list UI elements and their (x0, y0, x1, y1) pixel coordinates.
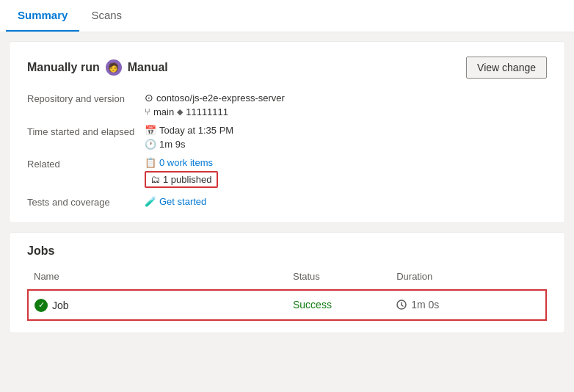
tests-value: 🧪 Get started (145, 195, 547, 208)
title-text: Manually run (27, 61, 100, 74)
info-grid: Repository and version ⊙ contoso/js-e2e-… (27, 92, 547, 208)
avatar: 🧑 (106, 59, 122, 76)
view-change-button[interactable]: View change (466, 57, 547, 79)
col-name: Name (28, 266, 287, 290)
jobs-table-header: Name Status Duration (28, 266, 546, 290)
job-status-cell: Success (287, 290, 390, 320)
repo-label: Repository and version (27, 92, 145, 117)
branch-row: ⑂ main ◆ 11111111 (145, 106, 547, 117)
published-row: 🗂 1 published (145, 171, 547, 188)
success-icon: ✓ (34, 299, 48, 312)
jobs-table-body: ✓ Job Success 1m 0s (28, 290, 546, 320)
calendar-icon: 📅 (145, 125, 156, 136)
table-row[interactable]: ✓ Job Success 1m 0s (28, 290, 546, 320)
elapsed-row: 🕐 1m 9s (145, 139, 547, 150)
jobs-header-row: Name Status Duration (28, 266, 546, 290)
tabs-nav: Summary Scans (0, 0, 574, 32)
commit-hash: 11111111 (186, 106, 228, 117)
branch-icon: ⑂ (145, 106, 150, 117)
job-name: Job (52, 300, 69, 311)
related-label: Related (27, 157, 145, 188)
tab-summary[interactable]: Summary (6, 0, 79, 32)
status-badge: Success (293, 299, 332, 311)
clock-icon: 🕐 (145, 139, 156, 150)
summary-title: Manually run 🧑 Manual (27, 59, 168, 76)
artifact-icon: 🗂 (150, 174, 160, 185)
repo-name: contoso/js-e2e-express-server (156, 92, 285, 104)
col-duration: Duration (390, 266, 546, 290)
get-started-link[interactable]: Get started (159, 196, 206, 207)
jobs-table: Name Status Duration ✓ Job Success (27, 266, 547, 321)
work-items-row: 📋 0 work items (145, 157, 547, 168)
branch-name: main (153, 106, 174, 117)
duration-text: 1m 0s (411, 299, 439, 311)
commit-icon: ◆ (177, 107, 183, 117)
time-started-row: 📅 Today at 1:35 PM (145, 125, 547, 136)
repo-value: ⊙ contoso/js-e2e-express-server ⑂ main ◆… (145, 92, 547, 117)
time-started: Today at 1:35 PM (159, 125, 233, 136)
elapsed-time: 1m 9s (159, 139, 185, 150)
tab-scans[interactable]: Scans (79, 0, 134, 32)
time-value: 📅 Today at 1:35 PM 🕐 1m 9s (145, 125, 547, 150)
published-highlight: 🗂 1 published (145, 171, 218, 188)
title-suffix: Manual (128, 61, 168, 74)
job-name-cell: ✓ Job (28, 290, 287, 320)
summary-card-header: Manually run 🧑 Manual View change (27, 57, 547, 79)
work-items-link[interactable]: 0 work items (159, 157, 213, 168)
svg-line-2 (402, 305, 403, 307)
job-duration-cell: 1m 0s (390, 290, 546, 320)
col-status: Status (287, 266, 390, 290)
summary-card: Manually run 🧑 Manual View change Reposi… (9, 41, 565, 223)
time-label: Time started and elapsed (27, 125, 145, 150)
test-icon: 🧪 (145, 196, 156, 207)
jobs-card: Jobs Name Status Duration ✓ Job Success (9, 232, 565, 333)
related-value: 📋 0 work items 🗂 1 published (145, 157, 547, 188)
repo-row: ⊙ contoso/js-e2e-express-server (145, 92, 547, 104)
workitem-icon: 📋 (145, 157, 156, 168)
tests-label: Tests and coverage (27, 195, 145, 208)
published-text: 1 published (163, 174, 212, 185)
jobs-title: Jobs (27, 244, 547, 258)
duration-value: 1m 0s (396, 299, 540, 311)
clock-icon (396, 300, 407, 310)
github-icon: ⊙ (145, 92, 153, 104)
